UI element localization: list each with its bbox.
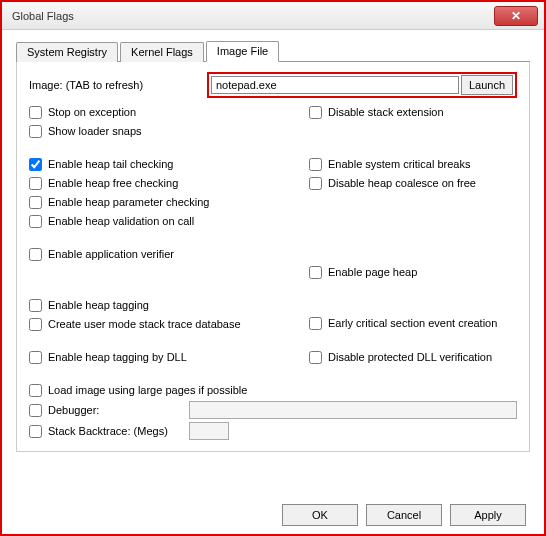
chk-large-pages-box[interactable]: [29, 384, 42, 397]
image-label: Image: (TAB to refresh): [29, 79, 207, 91]
chk-umst[interactable]: Create user mode stack trace database: [29, 316, 309, 332]
debugger-row: Debugger:: [29, 401, 517, 419]
chk-app-verifier-box[interactable]: [29, 248, 42, 261]
chk-show-loader-snaps[interactable]: Show loader snaps: [29, 123, 309, 139]
window-title: Global Flags: [12, 10, 494, 22]
chk-app-verifier[interactable]: Enable application verifier: [29, 246, 309, 262]
ok-button[interactable]: OK: [282, 504, 358, 526]
chk-heap-tag-dll[interactable]: Enable heap tagging by DLL: [29, 349, 309, 365]
titlebar: Global Flags ✕: [2, 2, 544, 30]
chk-large-pages[interactable]: Load image using large pages if possible: [29, 382, 517, 398]
chk-heap-free-box[interactable]: [29, 177, 42, 190]
chk-disable-prot-dll-box[interactable]: [309, 351, 322, 364]
chk-debugger[interactable]: Debugger:: [29, 402, 99, 418]
apply-button[interactable]: Apply: [450, 504, 526, 526]
chk-early-crit[interactable]: Early critical section event creation: [309, 315, 517, 331]
chk-disable-prot-dll[interactable]: Disable protected DLL verification: [309, 349, 517, 365]
chk-disable-stack-extension-box[interactable]: [309, 106, 322, 119]
cancel-button[interactable]: Cancel: [366, 504, 442, 526]
tab-image-file[interactable]: Image File: [206, 41, 279, 62]
chk-heap-coalesce-box[interactable]: [309, 177, 322, 190]
tab-panel: Image: (TAB to refresh) Launch Stop on e…: [16, 62, 530, 452]
chk-page-heap-box[interactable]: [309, 266, 322, 279]
chk-stack-backtrace-box[interactable]: [29, 425, 42, 438]
chk-debugger-box[interactable]: [29, 404, 42, 417]
tab-strip: System Registry Kernel Flags Image File: [16, 40, 530, 62]
chk-heap-coalesce[interactable]: Disable heap coalesce on free: [309, 175, 517, 191]
chk-stop-on-exception-box[interactable]: [29, 106, 42, 119]
debugger-input[interactable]: [189, 401, 517, 419]
image-input[interactable]: [211, 76, 459, 94]
stack-backtrace-row: Stack Backtrace: (Megs): [29, 422, 517, 440]
chk-page-heap[interactable]: Enable page heap: [309, 264, 517, 280]
image-row: Image: (TAB to refresh) Launch: [29, 72, 517, 98]
chk-heap-param[interactable]: Enable heap parameter checking: [29, 194, 309, 210]
chk-heap-tail-box[interactable]: [29, 158, 42, 171]
chk-early-crit-box[interactable]: [309, 317, 322, 330]
chk-umst-box[interactable]: [29, 318, 42, 331]
chk-heap-tagging-box[interactable]: [29, 299, 42, 312]
tab-kernel-flags[interactable]: Kernel Flags: [120, 42, 204, 62]
chk-heap-free[interactable]: Enable heap free checking: [29, 175, 309, 191]
chk-stop-on-exception[interactable]: Stop on exception: [29, 104, 309, 120]
image-highlight: Launch: [207, 72, 517, 98]
launch-button[interactable]: Launch: [461, 75, 513, 95]
chk-heap-valid-box[interactable]: [29, 215, 42, 228]
chk-disable-stack-extension[interactable]: Disable stack extension: [309, 104, 517, 120]
close-button[interactable]: ✕: [494, 6, 538, 26]
chk-sys-crit-box[interactable]: [309, 158, 322, 171]
stack-backtrace-input[interactable]: [189, 422, 229, 440]
chk-sys-crit[interactable]: Enable system critical breaks: [309, 156, 517, 172]
footer-buttons: OK Cancel Apply: [2, 504, 544, 526]
chk-heap-tag-dll-box[interactable]: [29, 351, 42, 364]
chk-heap-valid[interactable]: Enable heap validation on call: [29, 213, 309, 229]
chk-heap-tail[interactable]: Enable heap tail checking: [29, 156, 309, 172]
chk-heap-tagging[interactable]: Enable heap tagging: [29, 297, 309, 313]
tab-system-registry[interactable]: System Registry: [16, 42, 118, 62]
content-area: System Registry Kernel Flags Image File …: [2, 30, 544, 462]
chk-show-loader-snaps-box[interactable]: [29, 125, 42, 138]
chk-heap-param-box[interactable]: [29, 196, 42, 209]
close-icon: ✕: [511, 9, 521, 23]
chk-stack-backtrace[interactable]: Stack Backtrace: (Megs): [29, 423, 168, 439]
